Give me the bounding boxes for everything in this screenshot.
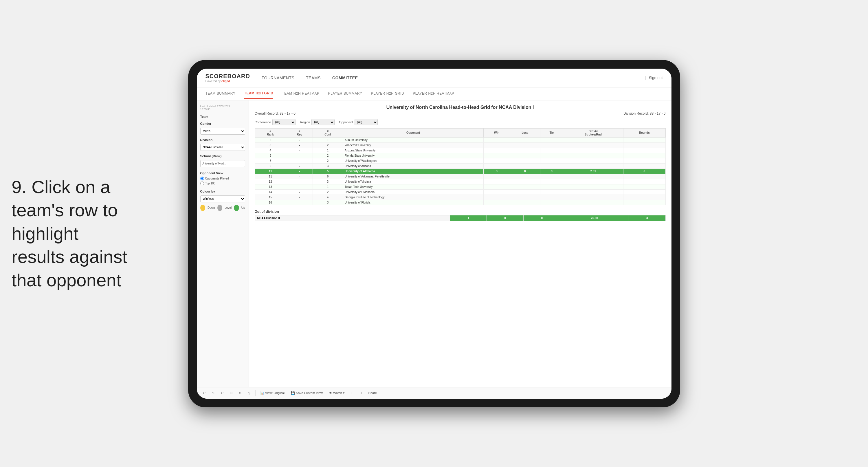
clock-button[interactable]: ◷: [246, 390, 252, 396]
step-number: 9.: [11, 177, 27, 197]
th-reg: #Reg: [286, 128, 313, 137]
watch-button[interactable]: 👁 Watch ▾: [327, 390, 346, 396]
opponent-filter-label: Opponent: [339, 120, 353, 124]
table-body: 2-1Auburn University3-2Vanderbilt Univer…: [255, 137, 665, 205]
screenshot-button[interactable]: □: [349, 390, 355, 396]
out-div-body: NCAA Division II10026.003: [255, 215, 665, 221]
up-label: Up: [241, 206, 245, 209]
brand-name: clippd: [221, 80, 230, 83]
top100-option[interactable]: Top 100: [200, 181, 245, 185]
nav-divider: |: [645, 75, 646, 81]
outer-wrapper: 9. Click on a team's row to highlight re…: [0, 0, 868, 467]
table-row[interactable]: 14-2University of Oklahoma: [255, 189, 665, 195]
nav-committee[interactable]: COMMITTEE: [332, 74, 358, 82]
table-row[interactable]: 2-1Auburn University: [255, 137, 665, 142]
grid-title: University of North Carolina Head-to-Hea…: [255, 105, 666, 110]
nav-teams[interactable]: TEAMS: [306, 74, 321, 82]
table-row[interactable]: 13-1Texas Tech University: [255, 184, 665, 189]
region-select[interactable]: (All): [311, 119, 335, 125]
level-dot: [217, 205, 223, 211]
th-conf: #Conf: [313, 128, 343, 137]
tab-team-summary[interactable]: TEAM SUMMARY: [206, 89, 236, 98]
top-nav: SCOREBOARD Powered by clippd TOURNAMENTS…: [197, 68, 672, 87]
up-dot: [234, 205, 239, 211]
opponent-select[interactable]: (All): [354, 119, 378, 125]
gender-label: Gender: [200, 122, 245, 125]
tab-team-h2h-heatmap[interactable]: TEAM H2H HEATMAP: [282, 89, 319, 98]
sign-out-button[interactable]: Sign out: [649, 76, 663, 80]
tab-team-h2h-grid[interactable]: TEAM H2H GRID: [244, 88, 273, 99]
opponent-filter: Opponent (All): [339, 119, 377, 125]
sub-nav: TEAM SUMMARY TEAM H2H GRID TEAM H2H HEAT…: [197, 87, 672, 100]
bottom-toolbar: ↩ ↪ ↩ ⊞ ⊕ ◷ 📊 View: Original 💾 Save Cust…: [197, 387, 672, 399]
division-label: Division: [200, 138, 245, 142]
out-of-division-table: NCAA Division II10026.003: [255, 215, 666, 221]
th-diff: Diff AvStrokes/Rnd: [563, 128, 623, 137]
h2h-table: #Rank #Reg #Conf Opponent Win Loss Tie D…: [255, 128, 666, 205]
overall-record: Overall Record: 89 - 17 - 0: [255, 112, 296, 116]
export-button[interactable]: ⊡: [358, 390, 364, 396]
region-label: Region: [300, 120, 310, 124]
table-header-row: #Rank #Reg #Conf Opponent Win Loss Tie D…: [255, 128, 665, 137]
tab-player-h2h-heatmap[interactable]: PLAYER H2H HEATMAP: [413, 89, 454, 98]
tablet-screen: SCOREBOARD Powered by clippd TOURNAMENTS…: [197, 68, 672, 399]
last-updated: Last Updated: 27/03/202416:55:38: [200, 105, 245, 111]
nav-tournaments[interactable]: TOURNAMENTS: [261, 74, 294, 82]
tablet-frame: SCOREBOARD Powered by clippd TOURNAMENTS…: [188, 60, 680, 407]
division-select[interactable]: NCAA Division I: [200, 144, 245, 151]
colour-by-label: Colour by: [200, 189, 245, 193]
table-row[interactable]: 6-2Florida State University: [255, 153, 665, 158]
gender-select[interactable]: Men's: [200, 128, 245, 135]
th-win: Win: [484, 128, 510, 137]
th-rounds: Rounds: [623, 128, 665, 137]
opponent-view-options: Opponents Played Top 100: [200, 177, 245, 185]
logo-area: SCOREBOARD Powered by clippd: [206, 73, 250, 83]
out-div-row[interactable]: NCAA Division II10026.003: [255, 215, 665, 221]
colour-by-select[interactable]: Win/loss: [200, 196, 245, 202]
th-loss: Loss: [510, 128, 540, 137]
back-button[interactable]: ↩: [219, 390, 225, 396]
share-button[interactable]: Share: [367, 390, 379, 396]
table-row[interactable]: 11-5University of Alabama3002.618: [255, 169, 665, 174]
filters-row: Conference (All) Region (All): [255, 119, 666, 125]
table-row[interactable]: 12-3University of Virginia: [255, 179, 665, 184]
table-row[interactable]: 16-3University of Florida: [255, 200, 665, 205]
school-value[interactable]: University of Nort...: [200, 160, 245, 167]
team-label: Team: [200, 115, 245, 118]
th-opponent: Opponent: [343, 128, 483, 137]
add-button[interactable]: ⊕: [237, 390, 243, 396]
instruction-body: Click on a team's row to highlight resul…: [11, 177, 127, 290]
save-custom-view-button[interactable]: 💾 Save Custom View: [289, 390, 324, 396]
conference-filter: Conference (All): [255, 119, 296, 125]
table-row[interactable]: 15-4Georgia Institute of Technology: [255, 195, 665, 200]
out-of-division-label: Out of division: [255, 210, 666, 214]
nav-items: TOURNAMENTS TEAMS COMMITTEE: [261, 74, 645, 82]
table-row[interactable]: 3-2Vanderbilt University: [255, 142, 665, 148]
tab-player-summary[interactable]: PLAYER SUMMARY: [328, 89, 362, 98]
table-row[interactable]: 4-1Arizona State University: [255, 148, 665, 153]
region-filter: Region (All): [300, 119, 335, 125]
redo-button[interactable]: ↪: [210, 390, 216, 396]
table-row[interactable]: 11-6University of Arkansas, Fayetteville: [255, 174, 665, 179]
logo-scoreboard: SCOREBOARD: [206, 73, 250, 80]
right-content: University of North Carolina Head-to-Hea…: [249, 100, 672, 387]
tab-player-h2h-grid[interactable]: PLAYER H2H GRID: [371, 89, 404, 98]
table-row[interactable]: 8-2University of Washington: [255, 158, 665, 163]
division-record: Division Record: 88 - 17 - 0: [623, 112, 665, 116]
left-panel: Last Updated: 27/03/202416:55:38 Team Ge…: [197, 100, 249, 387]
conference-label: Conference: [255, 120, 271, 124]
view-original-button[interactable]: 📊 View: Original: [258, 390, 286, 396]
grid-button[interactable]: ⊞: [228, 390, 234, 396]
opponents-played-option[interactable]: Opponents Played: [200, 177, 245, 180]
table-row[interactable]: 9-3University of Arizona: [255, 163, 665, 169]
th-rank: #Rank: [255, 128, 286, 137]
record-row: Overall Record: 89 - 17 - 0 Division Rec…: [255, 112, 666, 116]
conference-select[interactable]: (All): [272, 119, 296, 125]
logo-powered: Powered by clippd: [206, 80, 250, 83]
undo-button[interactable]: ↩: [201, 390, 207, 396]
legend: Down Level Up: [200, 205, 245, 211]
main-content: Last Updated: 27/03/202416:55:38 Team Ge…: [197, 100, 672, 387]
instruction-text: 9. Click on a team's row to highlight re…: [11, 175, 133, 292]
down-label: Down: [208, 206, 215, 209]
down-dot: [200, 205, 206, 211]
